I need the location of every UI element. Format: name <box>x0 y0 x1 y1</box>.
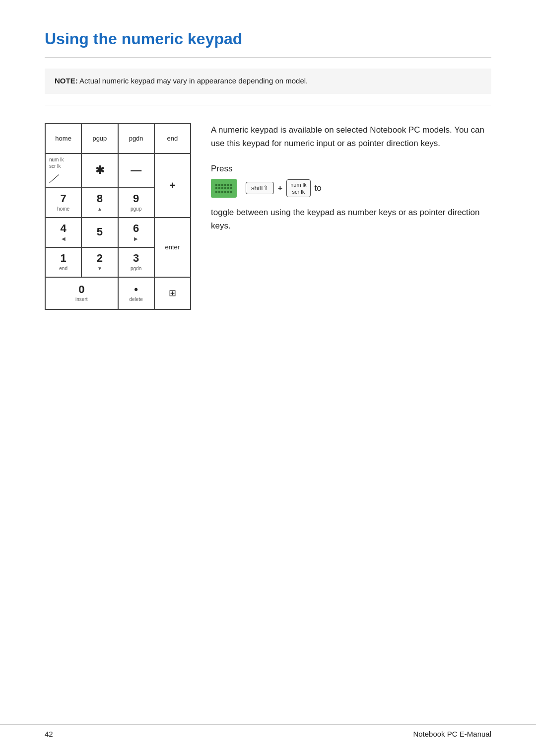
key-pgup-r1: pgup <box>81 124 118 153</box>
page-title: Using the numeric keypad <box>45 30 491 48</box>
keyboard-icon <box>211 179 237 198</box>
toggle-description: toggle between using the keypad as numbe… <box>211 206 491 232</box>
bottom-note-divider <box>45 105 491 105</box>
key-asterisk: ✱ <box>81 153 118 188</box>
numlock-key: num lk scr lk <box>286 179 310 198</box>
top-divider <box>45 57 491 58</box>
keypad-grid: home pgup pgdn end num lkscr lk ／ ✱ <box>45 124 191 309</box>
key-pgdn-r1: pgdn <box>118 124 154 153</box>
key-9: 9 pgup <box>118 188 154 218</box>
note-label: NOTE: <box>55 76 78 85</box>
key-4: 4 ◀ <box>45 218 81 247</box>
key-grid-icon: ⊞ <box>154 277 191 309</box>
info-description: A numeric keypad is available on selecte… <box>211 123 491 150</box>
key-dot: • delete <box>118 277 154 309</box>
shift-key: shift⇧ <box>246 182 274 194</box>
keypad-diagram: home pgup pgdn end num lkscr lk ／ ✱ <box>45 123 191 310</box>
key-end-r1: end <box>154 124 191 153</box>
key-plus: + <box>154 153 191 218</box>
page-container: Using the numeric keypad NOTE: Actual nu… <box>0 0 536 340</box>
key-6: 6 ▶ <box>118 218 154 247</box>
press-combo: shift⇧ + num lk scr lk to <box>211 179 491 198</box>
note-box: NOTE: Actual numeric keypad may vary in … <box>45 69 491 94</box>
key-7: 7 home <box>45 188 81 218</box>
page-footer: 42 Notebook PC E-Manual <box>0 724 536 738</box>
info-area: A numeric keypad is available on selecte… <box>211 123 491 243</box>
to-text: to <box>315 183 322 193</box>
key-home: home <box>45 124 81 153</box>
key-numlk: num lkscr lk ／ <box>45 153 81 188</box>
footer-manual-title: Notebook PC E-Manual <box>413 730 491 738</box>
plus-sign: + <box>278 184 282 193</box>
press-label: Press <box>211 164 491 174</box>
key-enter: enter <box>154 218 191 277</box>
key-0: 0 insert <box>45 277 118 309</box>
key-3: 3 pgdn <box>118 247 154 277</box>
press-section: Press <box>211 164 491 232</box>
content-area: home pgup pgdn end num lkscr lk ／ ✱ <box>45 123 491 310</box>
key-8: 8 ▲ <box>81 188 118 218</box>
key-5: 5 <box>81 218 118 247</box>
key-2: 2 ▼ <box>81 247 118 277</box>
note-text: Actual numeric keypad may vary in appear… <box>78 76 308 85</box>
key-1: 1 end <box>45 247 81 277</box>
footer-page-number: 42 <box>45 730 53 738</box>
key-minus: — <box>118 153 154 188</box>
